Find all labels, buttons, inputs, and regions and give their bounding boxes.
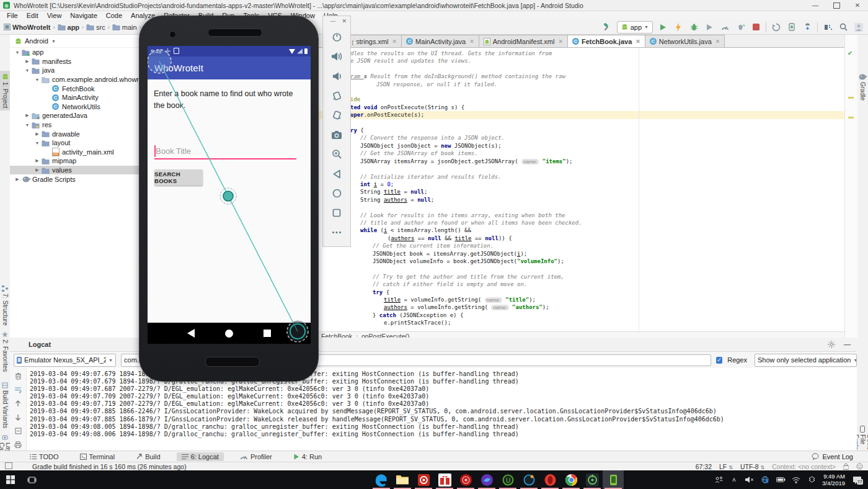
taskbar-driver-booster[interactable] [413,470,434,489]
tool-strip-2-favorites[interactable]: 2: Favorites [0,329,10,374]
taskbar-emulator-app[interactable] [603,470,624,489]
taskbar-edge[interactable] [371,470,392,489]
scroll-down-button[interactable] [14,413,22,421]
breadcrumb-src[interactable]: src [86,24,105,31]
regex-checkbox[interactable]: ✓ [716,357,722,364]
taskbar-clock[interactable]: 9:49 AM 3/4/2019 [822,473,845,487]
close-tab-icon[interactable]: ✕ [715,38,720,45]
run-button[interactable] [657,22,668,33]
sdk-manager-button[interactable] [802,22,813,33]
highlighting-level-icon[interactable] [856,463,863,470]
tree-item-gradle-scripts[interactable]: ▶ Gradle Scripts [10,174,143,184]
tree-item-networkutils[interactable]: C NetworkUtils [10,102,143,112]
device-selector[interactable]: Emulator Nexus_5X_API_28 Andr ▼ [14,354,116,367]
phone-screen[interactable]: 9:49 WhoWroteIt Enter a book name to fin… [148,46,311,344]
breadcrumb-main[interactable]: main [112,24,137,31]
project-view-selector[interactable]: Android ▼ [10,35,143,48]
emulator-nav-home-button[interactable] [329,186,345,202]
tree-item-java[interactable]: ▼ java [10,66,143,75]
close-button[interactable]: ✕ [847,0,868,11]
tool-strip-1-project[interactable]: 1: Project [0,71,10,110]
start-button[interactable] [0,470,21,489]
toolwindow-tab-4-run[interactable]: 4: Run [288,452,327,461]
close-tab-icon[interactable]: ✕ [392,38,397,45]
taskbar-iobit-red[interactable] [455,470,476,489]
profile-button[interactable] [704,22,715,33]
tree-item-activity-main-xml[interactable]: xml activity_main.xml [10,148,143,157]
editor-scrollbar[interactable]: ✔ [844,35,857,338]
tree-item-manifests[interactable]: ▶ manifests [10,57,143,66]
profiler-button[interactable] [719,22,730,33]
event-log-button[interactable]: Event Log [812,453,853,460]
hidden-icons-chevron[interactable]: ˄ [729,475,739,485]
scroll-up-button[interactable] [14,399,22,408]
expand-arrow-icon[interactable]: ▶ [33,132,41,137]
lock-icon[interactable] [843,463,849,470]
toolwindow-tab-build[interactable]: Build [131,452,165,461]
stop-button[interactable] [750,22,761,33]
search-everywhere-button[interactable] [838,22,849,33]
restore-button[interactable] [826,0,847,11]
tree-item-mipmap[interactable]: ▶ mipmap [10,156,143,166]
editor-tab-androidmanifest-xml[interactable]: AndroidManifest.xml ✕ [479,35,568,47]
toolwindow-tab-6-logcat[interactable]: 6: Logcat [177,452,224,461]
logcat-search-input[interactable] [262,354,711,366]
tree-item-values[interactable]: ▶ values [10,166,143,175]
book-title-input[interactable]: Book Title [154,146,296,159]
line-separator[interactable]: LF ⇅ [719,463,733,470]
people-icon[interactable] [714,475,724,485]
logcat-settings-icon[interactable] [828,341,835,348]
emulator-camera-button[interactable] [329,127,345,143]
emulator-nav-back-button[interactable] [329,166,345,182]
editor-tab-strings-xml[interactable]: xml strings.xml ✕ [347,35,402,47]
avatar[interactable] [853,22,864,33]
tool-strip-build-variants[interactable]: Build Variants [0,380,10,431]
expand-arrow-icon[interactable]: ▼ [24,123,31,127]
taskbar-cleaner[interactable] [518,470,539,489]
build-hammer[interactable] [601,22,613,33]
editor-tab-mainactivity-java[interactable]: C MainActivity.java ✕ [401,35,479,47]
tool-strip-7-structure[interactable]: 7: Structure [0,283,10,328]
taskbar-iobit-purple[interactable] [476,470,497,489]
apply-changes-button[interactable] [673,22,684,33]
toolwindow-tab-terminal[interactable]: Terminal [75,452,120,461]
emulator-rotate-right-button[interactable] [329,107,345,123]
logcat-filter-selector[interactable]: Show only selected application ▼ [755,354,857,367]
nav-overview-button[interactable] [264,330,271,337]
tree-item-drawable[interactable]: ▶ drawable [10,129,143,138]
editor-tab-networkutils-java[interactable]: C NetworkUtils.java ✕ [645,35,725,47]
taskbar-file-explorer[interactable] [392,470,413,489]
attach-debugger-button[interactable] [735,22,746,33]
menu-view[interactable]: View [43,12,66,19]
tree-item-com-example-android-whowroteit[interactable]: ▼ com.example.android.whowroteit [10,75,143,84]
collapse-all-button[interactable] [14,426,22,435]
expand-arrow-icon[interactable]: ▶ [14,177,21,182]
task-view-button[interactable] [21,470,42,489]
breadcrumb-whowroteit[interactable]: WhoWroteIt [4,24,51,31]
emulator-volume-down-button[interactable] [329,68,345,84]
tree-item-layout[interactable]: ▼ layout [10,138,143,148]
taskbar-gift[interactable] [434,470,455,489]
minimize-button[interactable]: — [805,0,826,11]
menu-navigate[interactable]: Navigate [66,12,101,19]
menu-file[interactable]: File [2,12,22,19]
close-tab-icon[interactable]: ✕ [636,38,640,45]
tool-strip-gradle[interactable]: Gradle [857,71,868,103]
close-tab-icon[interactable]: ✕ [469,38,474,45]
emulator-zoom-in-button[interactable] [329,146,345,163]
sync-app-icon[interactable] [807,475,817,485]
volume-muted-icon[interactable] [745,475,755,485]
notification-center-icon[interactable]: 77 [851,475,863,485]
menu-code[interactable]: Code [102,12,126,19]
taskbar-android-studio[interactable] [582,470,603,489]
expand-arrow-icon[interactable]: ▶ [33,168,41,173]
toolwindow-tab-todo[interactable]: TODO [25,452,64,461]
taskbar-opera[interactable] [539,470,560,489]
toolwindow-toggle-icon[interactable] [5,462,12,470]
search-books-button[interactable]: SEARCH BOOKS [154,169,203,186]
avd-manager-button[interactable] [786,22,797,33]
taskbar-uninstaller[interactable]: U [497,470,518,489]
emulator-rotate-left-button[interactable] [329,87,345,104]
debug-button[interactable] [688,22,699,33]
clear-logcat-button[interactable] [14,372,22,380]
